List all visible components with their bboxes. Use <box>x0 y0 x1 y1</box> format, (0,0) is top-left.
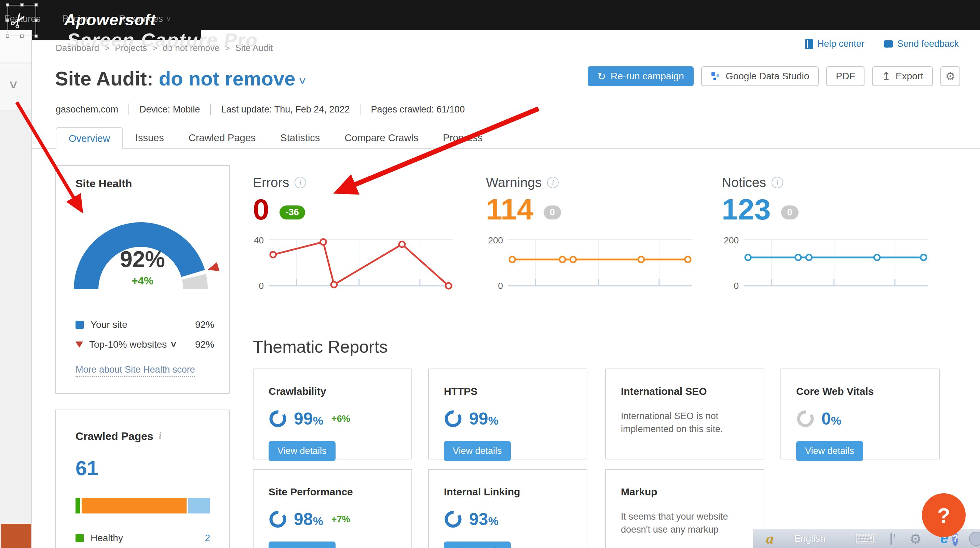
send-feedback-link[interactable]: Send feedback <box>884 39 959 49</box>
view-details-button[interactable]: View details <box>269 542 336 548</box>
errors-stat: Errorsi 0-36 400 <box>253 175 475 291</box>
legend-your-site: Your site 92% <box>75 317 214 332</box>
google-data-studio-button[interactable]: Google Data Studio <box>701 66 819 86</box>
watermark-brand-text: Apowersoft <box>64 10 156 29</box>
capture-selection-box[interactable] <box>8 5 36 36</box>
notices-value[interactable]: 123 <box>722 193 771 225</box>
bar-segment <box>82 498 186 513</box>
notices-stat: Noticesi 1230 2000 <box>722 175 944 291</box>
refresh-icon: ↻ <box>597 70 606 82</box>
delta-badge: +7% <box>331 514 350 525</box>
more-about-site-health-link[interactable]: More about Site Health score <box>75 365 195 377</box>
donut-icon <box>444 510 462 529</box>
view-details-button[interactable]: View details <box>269 441 336 461</box>
site-health-value: 92% <box>62 246 223 272</box>
watermark-product-text: Screen Capture Pro <box>67 29 258 51</box>
help-center-link[interactable]: Help center <box>805 39 864 49</box>
selection-handle[interactable] <box>20 3 24 6</box>
selection-handle[interactable] <box>35 19 38 22</box>
project-name-dropdown[interactable]: do not remove <box>159 67 296 89</box>
campaign-meta-row: gasochem.com Device: Mobile Last update:… <box>56 104 465 115</box>
export-icon: ↥ <box>881 70 891 83</box>
card-title: Site Performance <box>269 486 396 498</box>
errors-label: Errors <box>253 175 289 190</box>
tab-progress[interactable]: Progress <box>431 127 495 150</box>
chevron-down-icon[interactable]: ˅ <box>299 74 306 88</box>
legend-top10-websites[interactable]: Top-10% websites ˅ 92% <box>75 337 214 352</box>
tab-crawled-pages[interactable]: Crawled Pages <box>176 127 268 150</box>
bar-segment <box>75 498 80 513</box>
card-title: Markup <box>621 486 749 498</box>
delta-badge: +6% <box>331 414 350 424</box>
view-details-button[interactable]: View details <box>444 441 511 461</box>
selection-handle[interactable] <box>35 35 38 38</box>
chevron-down-icon[interactable]: ˅ <box>171 339 176 350</box>
thematic-reports-title: Thematic Reports <box>253 337 388 357</box>
donut-icon <box>796 409 815 428</box>
info-icon[interactable]: i <box>547 177 559 188</box>
donut-icon <box>444 409 462 428</box>
help-chat-button[interactable]: ? <box>922 493 966 537</box>
tab-statistics[interactable]: Statistics <box>268 127 332 150</box>
collapse-chevron-icon[interactable]: ˅ <box>10 78 17 92</box>
view-details-button[interactable]: View details <box>444 542 511 548</box>
mouse-icon[interactable] <box>891 533 892 545</box>
language-label[interactable]: English <box>794 533 826 544</box>
errors-value[interactable]: 0 <box>253 193 269 225</box>
card-description: International SEO is not implemented on … <box>621 409 733 435</box>
card-title: Internal Linking <box>444 486 572 498</box>
tab-bar: Overview Issues Crawled Pages Statistics… <box>56 127 495 150</box>
crawled-pages-title: Crawled Pages <box>75 430 153 443</box>
legend-healthy[interactable]: Healthy 2 <box>75 533 210 543</box>
selection-handle[interactable] <box>6 19 9 22</box>
markup-card: Markup It seems that your website doesn'… <box>605 469 764 548</box>
partial-circle-icon[interactable] <box>969 532 980 546</box>
speech-bubble-icon <box>884 40 893 48</box>
site-health-title: Site Health <box>75 177 229 190</box>
bar-segment <box>188 498 210 513</box>
warnings-value[interactable]: 114 <box>486 193 533 225</box>
warnings-stat: Warningsi 1140 2000 <box>486 175 708 291</box>
view-details-button[interactable]: View details <box>796 441 863 461</box>
selection-handle[interactable] <box>20 35 24 38</box>
crawled-pages-value[interactable]: 61 <box>75 456 229 480</box>
donut-icon <box>269 409 287 428</box>
info-icon[interactable]: i <box>294 177 306 188</box>
keyboard-icon[interactable]: ⌨ <box>855 531 875 546</box>
last-update-label: Last update: Thu, Feb 24, 2022 <box>221 104 350 115</box>
red-triangle-icon <box>75 341 83 348</box>
crawled-pages-card: Crawled Pagesi 61 Healthy 2 <box>55 409 230 548</box>
warnings-label: Warnings <box>486 175 542 190</box>
info-icon[interactable]: i <box>772 177 783 188</box>
core-web-vitals-card: Core Web Vitals 0% View details <box>780 368 940 459</box>
card-title: International SEO <box>621 386 749 397</box>
device-label: Device: Mobile <box>139 104 200 115</box>
export-button[interactable]: ↥Export <box>872 66 933 86</box>
selection-handle[interactable] <box>6 35 9 38</box>
warnings-change-badge: 0 <box>544 206 561 220</box>
international-seo-card: International SEO International SEO is n… <box>605 368 764 459</box>
settings-button[interactable]: ⚙ <box>940 66 960 86</box>
rerun-campaign-button[interactable]: ↻Re-run campaign <box>588 66 694 86</box>
site-performance-card: Site Performance 98%+7% View details <box>253 469 412 548</box>
pages-crawled-label: Pages crawled: 61/100 <box>371 104 465 115</box>
selection-handle[interactable] <box>35 3 38 6</box>
tab-issues[interactable]: Issues <box>123 127 176 150</box>
gear-icon: ⚙ <box>945 70 955 83</box>
selection-handle[interactable] <box>6 3 9 6</box>
card-title: Crawlability <box>269 386 396 397</box>
green-swatch-icon <box>75 534 84 542</box>
left-side-strip: ˅ <box>0 30 32 548</box>
tab-overview[interactable]: Overview <box>56 127 123 150</box>
tab-compare-crawls[interactable]: Compare Crawls <box>332 127 431 150</box>
chevron-down-icon: ˅ <box>166 15 171 24</box>
card-title: HTTPS <box>444 386 572 397</box>
card-description: It seems that your website doesn't use a… <box>621 510 733 536</box>
info-icon[interactable]: i <box>159 430 162 441</box>
crawled-pages-bar <box>75 498 211 513</box>
pdf-button[interactable]: PDF <box>826 66 864 86</box>
errors-trend-chart <box>269 234 453 291</box>
gear-icon[interactable]: ⚙ <box>910 531 922 546</box>
site-audit-page: Features Pricing Resources˅ Apowersoft S… <box>0 0 980 548</box>
watermark-script-icon: a <box>766 530 773 547</box>
